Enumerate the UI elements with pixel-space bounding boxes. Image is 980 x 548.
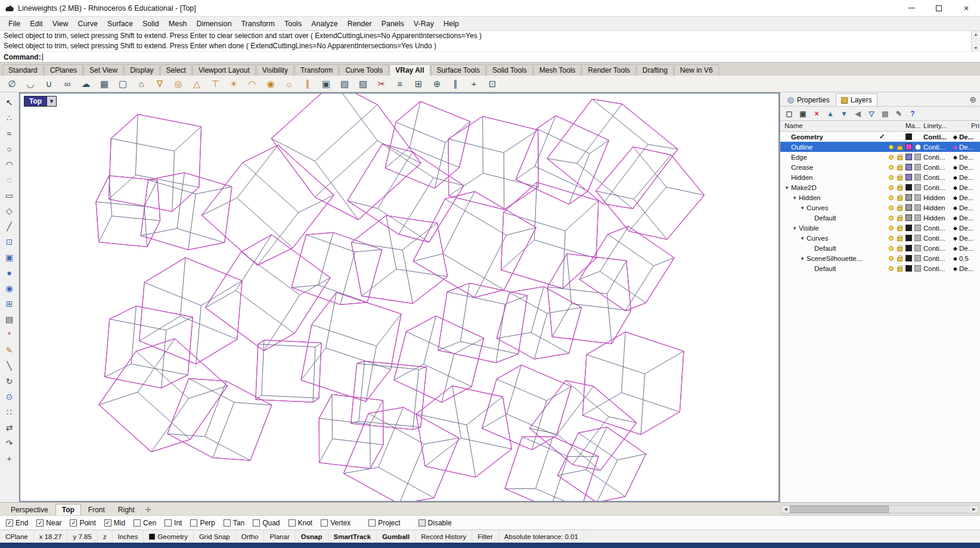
osnap-project[interactable]: Project [368, 519, 400, 527]
vray-dome-icon[interactable]: ◠ [245, 77, 259, 91]
add-viewport-tab[interactable]: ✛ [142, 505, 155, 515]
toolbar-tab-mesh-tools[interactable]: Mesh Tools [534, 64, 581, 76]
vray-funnel-icon[interactable]: ∇ [153, 77, 167, 91]
osnap-near[interactable]: ✓Near [36, 519, 61, 527]
circle-icon[interactable]: ○ [2, 142, 17, 155]
status-grid-snap[interactable]: Grid Snap [194, 530, 236, 543]
osnap-checkbox-knot[interactable] [289, 519, 296, 527]
layer-lock-icon[interactable] [895, 175, 904, 180]
render-image-icon[interactable]: ▦ [97, 77, 111, 91]
status-gumball[interactable]: Gumball [377, 530, 415, 543]
layer-linetype[interactable]: Conti... [922, 174, 953, 181]
osnap-checkbox-quad[interactable] [253, 519, 260, 527]
layer-linetype[interactable]: Conti... [922, 265, 953, 272]
viewport-title[interactable]: Top [24, 96, 47, 107]
surface-offset-icon[interactable]: ∪ [42, 77, 56, 91]
status-z[interactable]: z [98, 530, 113, 543]
vray-export-icon[interactable]: ▨ [356, 77, 370, 91]
render-frame-icon[interactable]: ▢ [116, 77, 130, 91]
osnap-quad[interactable]: Quad [253, 519, 280, 527]
layer-print-color[interactable]: ◆De... [953, 265, 980, 272]
layer-color-swatch[interactable] [904, 174, 913, 180]
crosshair-icon[interactable]: + [467, 77, 481, 91]
render-scene-icon[interactable]: ⌂ [134, 77, 148, 91]
layer-linetype[interactable]: Conti... [922, 255, 953, 262]
viewport-canvas[interactable] [20, 94, 779, 501]
pencil-icon[interactable]: ✎ [2, 343, 17, 357]
layer-color-swatch[interactable] [904, 265, 913, 272]
curve-edit-icon[interactable]: ↷ [2, 436, 17, 450]
vray-infinite-plane-icon[interactable]: ∥ [300, 77, 315, 91]
toolbar-tab-new-in-v6[interactable]: New in V6 [674, 64, 719, 76]
scroll-down-icon[interactable]: ▼ [972, 45, 980, 51]
osnap-checkbox-project[interactable] [368, 519, 376, 527]
layer-material-swatch[interactable] [913, 154, 922, 160]
osnap-checkbox-near[interactable]: ✓ [36, 519, 44, 527]
cylinder-icon[interactable]: ◉ [2, 281, 17, 295]
layer-visibility-bulb-icon[interactable] [886, 155, 895, 160]
layer-print-color[interactable]: ◆De... [953, 133, 980, 141]
layer-expand-icon[interactable]: ▾ [798, 205, 807, 211]
layer-linetype[interactable]: Conti... [922, 154, 953, 161]
layer-row-crease-3[interactable]: CreaseConti...◆De... [780, 162, 980, 172]
pan-icon[interactable]: + [2, 452, 17, 465]
status-absolute-tolerance-0-01[interactable]: Absolute tolerance: 0.01 [499, 530, 584, 543]
menu-item-help[interactable]: Help [439, 18, 464, 30]
layer-linetype[interactable]: Conti... [922, 144, 953, 151]
viewport-tab-perspective[interactable]: Perspective [5, 505, 54, 515]
select-arrow-icon[interactable]: ↖ [2, 95, 17, 109]
layer-row-default-11[interactable]: DefaultConti...◆De... [780, 243, 980, 253]
loop-curve-icon[interactable]: ∞ [60, 77, 75, 91]
layer-print-color[interactable]: ◆0.5 [953, 255, 980, 262]
shaded-sphere-icon[interactable]: ⊙ [2, 390, 17, 403]
box-icon[interactable]: ▣ [2, 250, 17, 264]
layer-print-color[interactable]: ◆De... [953, 204, 980, 211]
vray-sun-icon[interactable]: ☀ [227, 77, 241, 91]
grid-sphere-icon[interactable]: ⊞ [411, 77, 426, 91]
layer-color-swatch[interactable] [904, 255, 913, 261]
layer-lock-icon[interactable] [895, 144, 904, 150]
layer-lock-icon[interactable] [895, 225, 904, 231]
menu-item-panels[interactable]: Panels [377, 18, 409, 30]
vray-light-icon[interactable]: ☼ [282, 77, 296, 91]
gear-icon[interactable]: ⊛ [969, 95, 976, 104]
toolbar-tab-transform[interactable]: Transform [294, 64, 339, 76]
layer-row-hidden-6[interactable]: ▾HiddenHidden◆De... [780, 192, 980, 203]
layer-color-swatch[interactable] [904, 144, 913, 150]
layer-linetype[interactable]: Conti... [922, 184, 953, 191]
viewport-top[interactable]: Top ▼ [20, 93, 779, 502]
layer-print-color[interactable]: ◆De... [953, 144, 980, 151]
toolbar-tab-cplanes[interactable]: CPlanes [44, 64, 83, 76]
point-icon[interactable]: ∴ [2, 111, 17, 124]
surface-icon[interactable]: ⊡ [2, 235, 17, 248]
ellipse-icon[interactable]: ◌ [2, 173, 17, 186]
status-cplane[interactable]: CPlane [0, 530, 34, 543]
menu-item-mesh[interactable]: Mesh [164, 18, 192, 30]
trim-disabled-icon[interactable]: ∅ [5, 77, 19, 91]
layer-print-color[interactable]: ◆De... [953, 214, 980, 222]
osnap-cen[interactable]: Cen [134, 519, 156, 527]
line-icon[interactable]: ╱ [2, 219, 17, 233]
osnap-checkbox-tan[interactable] [224, 519, 231, 527]
layer-linetype[interactable]: Conti... [922, 235, 953, 242]
menu-item-view[interactable]: View [48, 18, 73, 30]
layer-material-swatch[interactable] [913, 204, 922, 211]
scrollbar-thumb[interactable] [790, 506, 889, 513]
layer-color-swatch[interactable] [904, 154, 913, 160]
layer-visibility-bulb-icon[interactable] [886, 256, 895, 261]
layer-expand-icon[interactable]: ▾ [790, 195, 799, 201]
toolbar-tab-curve-tools[interactable]: Curve Tools [339, 64, 389, 76]
layer-lock-icon[interactable] [895, 195, 904, 201]
layer-row-visible-9[interactable]: ▾VisibleConti...◆De... [780, 223, 980, 233]
layer-expand-icon[interactable]: ▾ [783, 185, 791, 191]
layer-color-swatch[interactable] [904, 184, 913, 191]
layer-lock-icon[interactable] [895, 245, 904, 251]
status-y-7-85[interactable]: y 7.85 [67, 530, 97, 543]
vray-pole-light-icon[interactable]: ⊤ [208, 77, 222, 91]
layer-print-color[interactable]: ◆De... [953, 164, 980, 171]
stack-icon[interactable]: ≡ [393, 77, 407, 91]
layer-row-make2d-5[interactable]: ▾Make2DConti...◆De... [780, 182, 980, 192]
layer-linetype[interactable]: Hidden [922, 214, 953, 222]
status-planar[interactable]: Planar [264, 530, 295, 543]
help-button[interactable]: ? [907, 108, 919, 120]
